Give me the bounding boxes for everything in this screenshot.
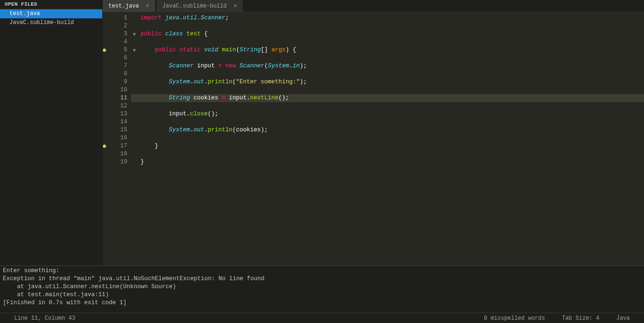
code-line[interactable] xyxy=(131,86,644,94)
line-number[interactable]: 1 xyxy=(108,14,131,22)
code-line[interactable] xyxy=(131,134,644,142)
editor-tab[interactable]: test.java× xyxy=(103,0,156,12)
main-area: OPEN FILES test.javaJavaC.sublime-build … xyxy=(0,0,644,266)
line-number[interactable]: 19 xyxy=(108,158,131,166)
line-number[interactable]: 18 xyxy=(108,150,131,158)
code-line[interactable] xyxy=(131,150,644,158)
status-syntax[interactable]: Java xyxy=(608,315,638,322)
code-line[interactable]: input.close(); xyxy=(131,110,644,118)
status-spell[interactable]: 0 misspelled words xyxy=(475,315,553,322)
tab-label: JavaC.sublime-build xyxy=(162,3,227,9)
code-line[interactable] xyxy=(131,38,644,46)
line-number[interactable]: 5▼ xyxy=(108,46,131,54)
sidebar-open-file[interactable]: JavaC.sublime-build xyxy=(0,18,102,27)
code-line[interactable] xyxy=(131,22,644,30)
line-number[interactable]: 7 xyxy=(108,62,131,70)
editor-body[interactable]: 123▼45▼678910111213141516171819 import j… xyxy=(103,12,644,266)
close-icon[interactable]: × xyxy=(233,3,237,9)
code-line[interactable]: public class test { xyxy=(131,30,644,38)
code-line[interactable]: import java.util.Scanner; xyxy=(131,14,644,22)
sidebar-header: OPEN FILES xyxy=(0,0,102,9)
code-line[interactable] xyxy=(131,70,644,78)
tab-label: test.java xyxy=(108,3,139,9)
code-area[interactable]: import java.util.Scanner;public class te… xyxy=(131,12,644,266)
code-line[interactable]: System.out.println("Enter something:"); xyxy=(131,78,644,86)
line-number[interactable]: 14 xyxy=(108,118,131,126)
code-line[interactable]: } xyxy=(131,142,644,150)
sidebar-open-file[interactable]: test.java xyxy=(0,9,102,18)
line-number[interactable]: 10 xyxy=(108,86,131,94)
line-number[interactable]: 9 xyxy=(108,78,131,86)
line-number[interactable]: 16 xyxy=(108,134,131,142)
line-number[interactable]: 4 xyxy=(108,38,131,46)
code-line[interactable] xyxy=(131,102,644,110)
gutter-mark-icon xyxy=(103,145,106,148)
line-number[interactable]: 8 xyxy=(108,70,131,78)
code-line[interactable]: } xyxy=(131,158,644,166)
line-number[interactable]: 2 xyxy=(108,22,131,30)
line-number[interactable]: 12 xyxy=(108,102,131,110)
tab-bar: test.java×JavaC.sublime-build× xyxy=(103,0,644,12)
status-tab-size[interactable]: Tab Size: 4 xyxy=(553,315,608,322)
code-line[interactable] xyxy=(131,118,644,126)
line-number[interactable]: 11 xyxy=(108,94,131,102)
gutter-mark-icon xyxy=(103,48,106,52)
sidebar: OPEN FILES test.javaJavaC.sublime-build xyxy=(0,0,103,266)
status-cursor-position[interactable]: Line 11, Column 43 xyxy=(6,315,84,322)
editor-column: test.java×JavaC.sublime-build× 123▼45▼67… xyxy=(103,0,644,266)
build-output-panel[interactable]: Enter something: Exception in thread "ma… xyxy=(0,266,644,313)
editor-tab[interactable]: JavaC.sublime-build× xyxy=(157,0,243,12)
line-number[interactable]: 6 xyxy=(108,54,131,62)
line-gutter[interactable]: 123▼45▼678910111213141516171819 xyxy=(108,12,131,266)
code-line[interactable]: public static void main(String[] args) { xyxy=(131,46,644,54)
code-line[interactable] xyxy=(131,54,644,62)
code-line[interactable]: System.out.println(cookies); xyxy=(131,126,644,134)
code-line[interactable]: String cookies = input.nextLine(); xyxy=(131,94,644,102)
line-number[interactable]: 13 xyxy=(108,110,131,118)
line-number[interactable]: 3▼ xyxy=(108,30,131,38)
code-line[interactable]: Scanner input = new Scanner(System.in); xyxy=(131,62,644,70)
close-icon[interactable]: × xyxy=(146,3,149,9)
status-bar: Line 11, Column 43 0 misspelled words Ta… xyxy=(0,313,644,323)
line-number[interactable]: 17 xyxy=(108,142,131,150)
line-number[interactable]: 15 xyxy=(108,126,131,134)
